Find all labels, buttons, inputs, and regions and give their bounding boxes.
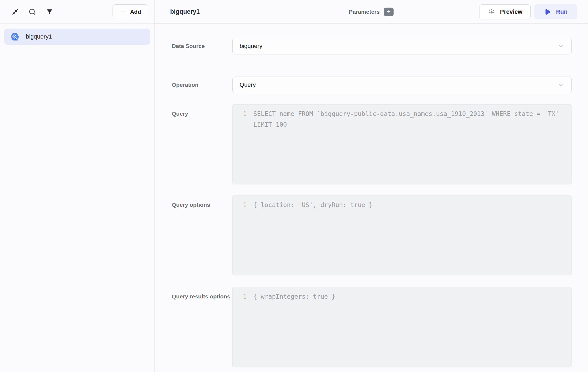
bigquery-icon (10, 33, 19, 41)
main-panel: bigquery1 Parameters + Preview (155, 0, 588, 372)
collapse-icon (11, 8, 19, 16)
operation-row: Operation Query (172, 77, 572, 93)
add-button-label: Add (130, 9, 141, 15)
header-actions: Preview Run (479, 4, 577, 19)
query-label: Query (172, 104, 232, 184)
operation-value: Query (240, 81, 256, 88)
query-results-options-placeholder: { wrapIntegers: true } (253, 291, 571, 363)
data-source-select[interactable]: bigquery (232, 38, 572, 54)
page-title: bigquery1 (170, 8, 200, 15)
query-options-placeholder: { location: 'US', dryRun: true } (253, 199, 571, 271)
query-options-row: Query options 1 { location: 'US', dryRun… (172, 195, 572, 275)
chevron-down-icon (557, 81, 564, 88)
query-item-label: bigquery1 (26, 33, 52, 40)
filter-icon (46, 8, 53, 16)
line-number: 1 (233, 108, 247, 180)
query-list-item-bigquery1[interactable]: bigquery1 (4, 29, 150, 45)
main-header: bigquery1 Parameters + Preview (155, 0, 588, 24)
preview-button[interactable]: Preview (479, 4, 531, 19)
query-form: Data Source bigquery Operation Query (155, 24, 588, 372)
run-button[interactable]: Run (534, 4, 577, 19)
chevron-down-icon (557, 43, 564, 50)
preview-button-label: Preview (500, 8, 522, 15)
data-source-row: Data Source bigquery (172, 38, 572, 54)
query-list: bigquery1 (0, 24, 154, 50)
collapse-sidebar-button[interactable] (9, 6, 21, 18)
scrollbar-track[interactable] (586, 0, 588, 372)
eye-icon (488, 8, 496, 15)
sidebar-header: Add (0, 0, 154, 24)
search-icon (28, 8, 36, 16)
add-parameter-button[interactable]: + (384, 8, 394, 16)
data-source-label: Data Source (172, 42, 232, 50)
query-options-label: Query options (172, 195, 232, 275)
query-code-editor[interactable]: 1 SELECT name FROM `bigquery-public-data… (232, 104, 572, 184)
query-row: Query 1 SELECT name FROM `bigquery-publi… (172, 104, 572, 184)
data-source-value: bigquery (240, 43, 262, 50)
parameters-label: Parameters (349, 9, 380, 15)
line-number: 1 (233, 291, 247, 363)
query-results-options-code-editor[interactable]: 1 { wrapIntegers: true } (232, 287, 572, 367)
parameters-section: Parameters + (349, 8, 394, 16)
add-query-button[interactable]: Add (113, 4, 148, 19)
line-number: 1 (233, 199, 247, 271)
plus-icon (120, 9, 126, 15)
search-button[interactable] (26, 6, 38, 18)
query-results-options-label: Query results options (172, 287, 232, 367)
query-results-options-row: Query results options 1 { wrapIntegers: … (172, 287, 572, 367)
sidebar: Add bigquery1 (0, 0, 155, 372)
run-button-label: Run (556, 8, 568, 15)
play-icon (544, 8, 551, 16)
query-placeholder: SELECT name FROM `bigquery-public-data.u… (253, 108, 571, 180)
operation-label: Operation (172, 81, 232, 89)
operation-select[interactable]: Query (232, 77, 572, 93)
filter-button[interactable] (44, 6, 55, 18)
query-options-code-editor[interactable]: 1 { location: 'US', dryRun: true } (232, 195, 572, 275)
